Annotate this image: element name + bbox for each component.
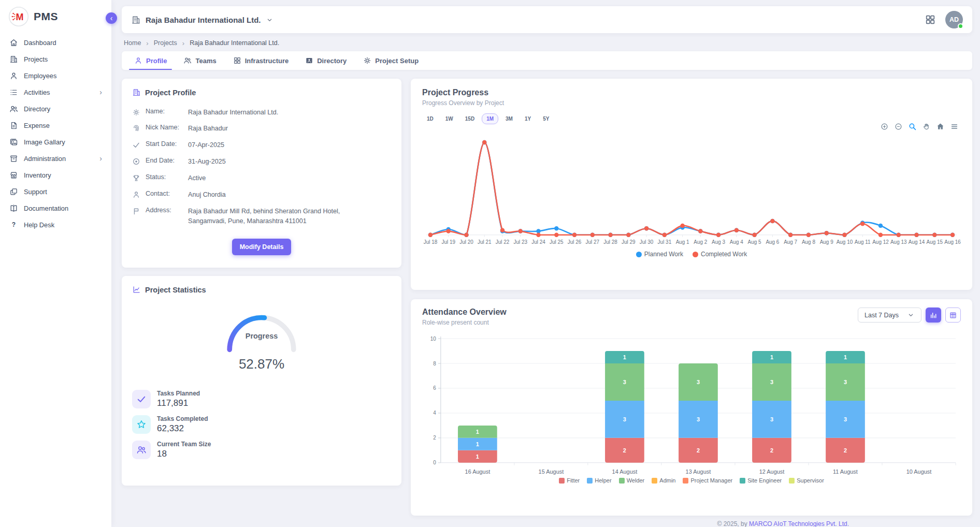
avatar[interactable]: AD xyxy=(945,11,963,28)
tab-infrastructure[interactable]: Infrastructure xyxy=(225,51,297,70)
legend-item[interactable]: Project Manager xyxy=(683,477,732,484)
check-icon xyxy=(132,141,140,149)
attendance-chart[interactable]: 024681011116 August15 August233114 Augus… xyxy=(422,333,961,475)
legend-item[interactable]: Admin xyxy=(652,477,675,484)
svg-text:3: 3 xyxy=(697,416,700,422)
company-link[interactable]: MARCO AIoT Technologies Pvt. Ltd. xyxy=(749,520,849,527)
stat-tasks-completed: Tasks Completed 62,332 xyxy=(132,415,391,434)
online-status-dot xyxy=(958,23,963,29)
date-range-value: Last 7 Days xyxy=(864,312,899,319)
pan-icon[interactable] xyxy=(922,122,931,131)
tab-label: Infrastructure xyxy=(245,57,289,65)
company-selector[interactable]: Raja Bahadur International Ltd. xyxy=(131,15,273,25)
svg-text:1: 1 xyxy=(623,354,626,360)
range-pill[interactable]: 5Y xyxy=(538,113,554,124)
svg-text:4: 4 xyxy=(433,410,436,416)
svg-text:14 August: 14 August xyxy=(612,469,638,475)
sidebar-item-support[interactable]: Support xyxy=(0,183,111,200)
chevron-right-icon: › xyxy=(99,155,102,162)
legend-swatch xyxy=(740,478,745,484)
svg-text:Jul 20: Jul 20 xyxy=(459,239,473,245)
sidebar-item-activities[interactable]: Activities › xyxy=(0,84,111,100)
range-pill[interactable]: 1W xyxy=(441,113,458,124)
range-pill[interactable]: 1M xyxy=(482,113,498,124)
range-pill[interactable]: 15D xyxy=(460,113,479,124)
stat-label: Tasks Planned xyxy=(157,390,200,397)
progress-gauge: Progress xyxy=(217,304,306,355)
breadcrumb-projects[interactable]: Projects xyxy=(154,39,177,47)
card-title: Project Progress xyxy=(422,88,961,97)
sidebar-item-label: Directory xyxy=(24,105,50,113)
sidebar-item-label: Projects xyxy=(24,55,48,63)
image-icon xyxy=(9,138,18,147)
legend-item[interactable]: Planned Work xyxy=(636,251,683,258)
date-range-select[interactable]: Last 7 Days xyxy=(858,308,921,323)
sidebar-item-label: Image Gallary xyxy=(24,138,65,146)
svg-text:12 August: 12 August xyxy=(759,469,785,475)
menu-icon[interactable] xyxy=(950,122,959,131)
sidebar-item-image-gallery[interactable]: Image Gallary xyxy=(0,134,111,150)
svg-text:Aug 1: Aug 1 xyxy=(676,239,689,245)
sidebar-item-employees[interactable]: Employees xyxy=(0,67,111,84)
svg-text:13 August: 13 August xyxy=(686,469,711,475)
project-progress-chart[interactable]: Jul 18Jul 19Jul 20Jul 21Jul 22Jul 23Jul … xyxy=(422,130,961,251)
field-status: Status: Active xyxy=(132,170,391,187)
sidebar-collapse-button[interactable]: ‹ xyxy=(106,12,117,24)
sidebar-item-label: Dashboard xyxy=(24,39,56,47)
svg-text:1: 1 xyxy=(770,354,773,360)
sidebar-item-administration[interactable]: Administration › xyxy=(0,150,111,167)
field-value: Raja Bahadur xyxy=(188,124,228,134)
sidebar-item-expense[interactable]: Expense xyxy=(0,117,111,134)
app-logo[interactable]: M PMS xyxy=(0,6,111,27)
reset-zoom-icon[interactable] xyxy=(936,122,945,131)
range-pill[interactable]: 1Y xyxy=(520,113,536,124)
bar-chart-view-button[interactable] xyxy=(926,308,941,323)
range-pill[interactable]: 3M xyxy=(501,113,517,124)
svg-text:1: 1 xyxy=(476,441,479,447)
building-icon xyxy=(131,15,141,25)
legend-item[interactable]: Site Engineer xyxy=(740,477,782,484)
modify-details-button[interactable]: Modify Details xyxy=(232,239,292,255)
sidebar-item-documentation[interactable]: Documentation xyxy=(0,200,111,216)
svg-text:10: 10 xyxy=(430,336,436,342)
svg-text:11 August: 11 August xyxy=(833,469,858,475)
sidebar-item-projects[interactable]: Projects xyxy=(0,51,111,67)
zoom-in-icon[interactable] xyxy=(880,122,889,131)
svg-text:Jul 28: Jul 28 xyxy=(603,239,617,245)
breadcrumb-current: Raja Bahadur International Ltd. xyxy=(190,39,279,47)
sidebar-item-label: Help Desk xyxy=(24,221,54,229)
legend-item[interactable]: Completed Work xyxy=(693,251,747,258)
legend-dot xyxy=(693,252,698,257)
legend-item[interactable]: Supervisor xyxy=(789,477,824,484)
tab-profile[interactable]: Profile xyxy=(126,51,175,70)
sidebar-item-label: Support xyxy=(24,188,47,196)
field-value: Active xyxy=(188,173,206,183)
tab-project-setup[interactable]: Project Setup xyxy=(355,51,427,70)
breadcrumb-home[interactable]: Home xyxy=(124,39,141,47)
svg-text:8: 8 xyxy=(433,360,436,366)
legend-swatch xyxy=(683,478,688,484)
zoom-out-icon[interactable] xyxy=(894,122,903,131)
legend-item[interactable]: Helper xyxy=(587,477,611,484)
field-address: Address: Raja Bahadur Mill Rd, behind Sh… xyxy=(132,203,391,229)
sidebar-item-dashboard[interactable]: Dashboard xyxy=(0,34,111,51)
svg-text:3: 3 xyxy=(770,379,773,385)
range-pill[interactable]: 1D xyxy=(422,113,438,124)
field-label: Address: xyxy=(146,207,183,214)
table-view-button[interactable] xyxy=(945,308,961,323)
tab-label: Teams xyxy=(195,57,216,65)
apps-grid-icon[interactable] xyxy=(925,14,936,25)
sidebar-item-directory[interactable]: Directory xyxy=(0,100,111,117)
svg-text:15 August: 15 August xyxy=(539,469,564,475)
sidebar-item-inventory[interactable]: Inventory xyxy=(0,167,111,183)
building-icon xyxy=(132,88,141,97)
sidebar-item-label: Administration xyxy=(24,155,66,163)
tab-label: Directory xyxy=(317,57,347,65)
legend-item[interactable]: Welder xyxy=(619,477,645,484)
sidebar-item-help-desk[interactable]: ? Help Desk xyxy=(0,216,111,233)
tab-teams[interactable]: Teams xyxy=(175,51,224,70)
legend-item[interactable]: Fitter xyxy=(559,477,580,484)
selection-zoom-icon[interactable] xyxy=(908,122,917,131)
chevron-down-icon xyxy=(266,16,273,24)
tab-directory[interactable]: Directory xyxy=(297,51,355,70)
